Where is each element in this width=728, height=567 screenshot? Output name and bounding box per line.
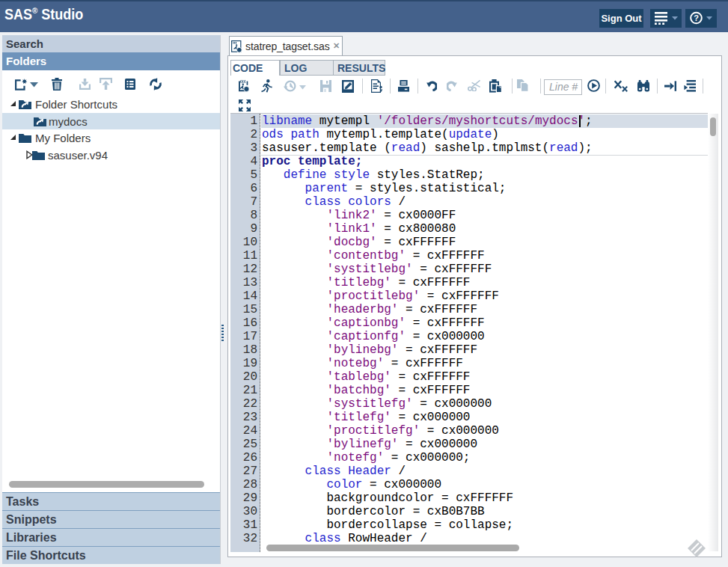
svg-text:?: ? [694,13,699,22]
